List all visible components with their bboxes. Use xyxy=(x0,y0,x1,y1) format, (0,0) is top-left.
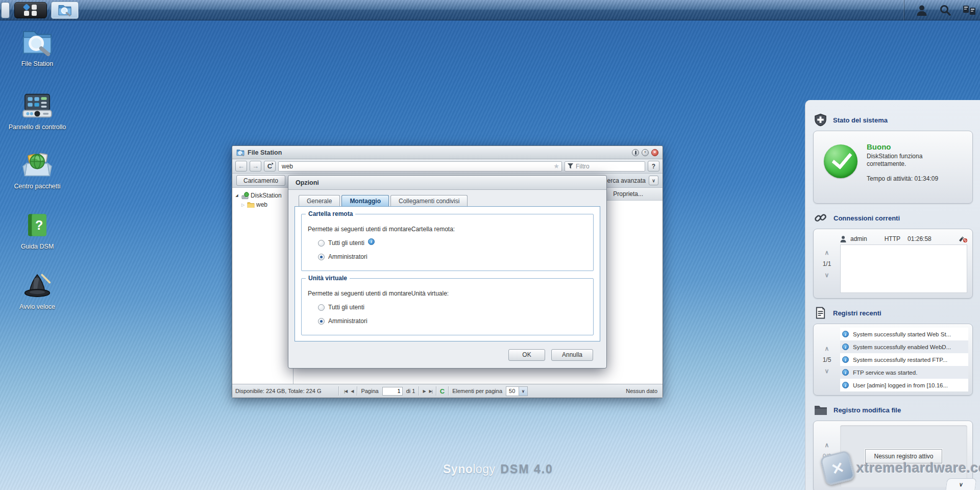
desktop-icon-control-panel[interactable]: Pannello di controllo xyxy=(7,90,67,131)
capacity-status: Disponibile: 224 GB, Totale: 224 G xyxy=(232,388,338,394)
select-arrow-icon: ∨ xyxy=(519,387,527,396)
connections-list-empty xyxy=(840,244,967,293)
info-icon[interactable]: i xyxy=(368,238,375,245)
desktop-icon-label: Pannello di controllo xyxy=(7,124,67,131)
radio-checked[interactable] xyxy=(318,254,325,260)
filter-funnel-icon xyxy=(567,163,574,169)
cancel-button[interactable]: Annulla xyxy=(551,349,593,361)
user-icon[interactable] xyxy=(916,4,928,16)
pager-position: 1/5 xyxy=(823,356,831,363)
option-all-users[interactable]: Tutti gli utenti xyxy=(318,304,588,311)
desktop-icon-package-center[interactable]: Centro pacchetti xyxy=(7,149,67,190)
dialog-footer: OK Annulla xyxy=(288,341,606,368)
connections-card: ∧ 1/1 ∨ admin HTTP 01:26:58 xyxy=(813,229,973,299)
pager-up-button[interactable]: ∧ xyxy=(825,250,829,256)
desktop-icon-label: Avvio veloce xyxy=(7,303,67,311)
dialog-titlebar[interactable]: Opzioni xyxy=(288,176,606,190)
ok-button[interactable]: OK xyxy=(508,349,545,361)
show-desktop-button[interactable] xyxy=(1,2,10,18)
window-title: File Station xyxy=(248,149,282,156)
shield-icon xyxy=(814,113,827,127)
disconnect-icon[interactable] xyxy=(959,235,967,242)
user-silhouette-icon xyxy=(840,236,846,242)
first-page-button[interactable]: |◀ xyxy=(344,389,347,394)
log-text: FTP service was started. xyxy=(853,370,917,376)
maximize-button[interactable]: + xyxy=(642,149,649,156)
minimize-button[interactable] xyxy=(632,149,639,156)
pager-down-button[interactable]: ∨ xyxy=(825,272,829,278)
search-icon[interactable] xyxy=(939,4,951,16)
log-entry: i User [admin] logged in from [10.16... xyxy=(840,379,968,391)
close-button[interactable]: × xyxy=(651,149,658,156)
upload-button[interactable]: Caricamento xyxy=(236,175,285,186)
tab-montaggio[interactable]: Montaggio xyxy=(341,195,389,206)
help-button[interactable]: ? xyxy=(648,161,659,172)
dialog-tabs: Generale Montaggio Collegamenti condivis… xyxy=(299,195,606,206)
connection-user: admin xyxy=(850,235,867,242)
tree-expanded-icon[interactable]: ◢ xyxy=(234,193,239,198)
desktop-icon-quick-start[interactable]: Avvio veloce xyxy=(7,270,67,311)
section-title: Registri recenti xyxy=(833,309,881,317)
tab-generale[interactable]: Generale xyxy=(299,195,340,206)
tree-node-web[interactable]: ▷ web xyxy=(234,200,291,209)
option-administrators[interactable]: Amministratori xyxy=(318,317,588,325)
widget-sidebar: Stato del sistema Buono DiskStation funz… xyxy=(805,100,980,490)
advanced-search-label: erca avanzata xyxy=(607,177,646,184)
filter-input[interactable] xyxy=(576,163,632,170)
radio-unchecked[interactable] xyxy=(318,304,325,311)
pager-up-button[interactable]: ∧ xyxy=(825,346,829,352)
filter-box[interactable] xyxy=(565,161,645,172)
option-label: Tutti gli utenti xyxy=(328,304,364,311)
desktop-icon-dsm-help[interactable]: ? Guida DSM xyxy=(7,209,67,251)
section-title: Stato del sistema xyxy=(833,116,888,124)
last-page-button[interactable]: ▶| xyxy=(429,389,432,394)
health-ok-icon xyxy=(824,144,857,178)
brand-text: Syno xyxy=(443,462,473,476)
pager-position: 1/1 xyxy=(823,260,831,267)
tab-collegamenti-condivisi[interactable]: Collegamenti condivisi xyxy=(390,195,468,206)
advanced-search-collapse-button[interactable]: ∨ xyxy=(649,176,658,185)
taskbar-file-station-button[interactable] xyxy=(51,2,79,19)
tree-collapsed-icon[interactable]: ▷ xyxy=(240,203,246,207)
desktop-icon-file-station[interactable]: File Station xyxy=(7,27,67,68)
next-page-button[interactable]: ▶ xyxy=(423,389,425,394)
uptime-label: Tempo di attività: 01:34:09 xyxy=(867,175,943,182)
remote-folder-group: Cartella remota Permette ai seguenti ute… xyxy=(301,214,594,271)
section-title: Connessioni correnti xyxy=(834,214,900,222)
path-bar[interactable]: web ★ xyxy=(278,161,562,172)
logs-pager: ∧ 1/5 ∨ xyxy=(814,324,840,395)
bookmark-star-icon[interactable]: ★ xyxy=(553,162,559,170)
back-button[interactable]: ← xyxy=(235,161,247,172)
svg-text:?: ? xyxy=(35,218,43,232)
option-administrators[interactable]: Amministratori xyxy=(318,253,588,260)
refresh-button[interactable]: C xyxy=(264,161,276,172)
list-refresh-button[interactable]: C xyxy=(440,387,445,395)
xtremehardware-badge-icon: ✕ xyxy=(820,450,855,486)
pager-down-button[interactable]: ∨ xyxy=(825,368,829,374)
items-per-page-select[interactable]: 50 ∨ xyxy=(506,386,528,396)
properties-button[interactable]: Proprieta... xyxy=(613,190,643,198)
option-all-users[interactable]: Tutti gli utenti i xyxy=(318,239,588,247)
taskbar-right-group xyxy=(904,0,976,20)
forward-button[interactable]: → xyxy=(250,161,261,172)
radio-checked[interactable] xyxy=(318,318,325,325)
folder-tree: ◢ DiskStation ▷ xyxy=(232,188,293,384)
section-title: Registro modifica file xyxy=(834,406,901,414)
document-icon xyxy=(814,306,827,320)
pager-up-button[interactable]: ∧ xyxy=(825,442,829,448)
radio-unchecked[interactable] xyxy=(318,240,325,247)
tree-node-diskstation[interactable]: ◢ DiskStation xyxy=(234,191,291,200)
prev-page-button[interactable]: ◀ xyxy=(351,389,353,394)
window-controls: + × xyxy=(632,149,658,156)
log-list: i System successfully started Web St... … xyxy=(840,324,972,395)
page-input[interactable] xyxy=(382,387,403,396)
log-entry: i FTP service was started. xyxy=(840,366,968,379)
pilot-view-icon[interactable] xyxy=(963,5,976,16)
window-titlebar[interactable]: File Station + × xyxy=(232,146,663,159)
main-menu-button[interactable] xyxy=(14,2,47,18)
file-station-statusbar: Disponibile: 224 GB, Totale: 224 G |◀ ◀ … xyxy=(232,384,663,398)
connection-duration: 01:26:58 xyxy=(908,235,932,242)
info-icon: i xyxy=(842,331,849,337)
watermark-text: xtremehardware.com xyxy=(856,460,980,476)
taskbar xyxy=(0,0,980,20)
